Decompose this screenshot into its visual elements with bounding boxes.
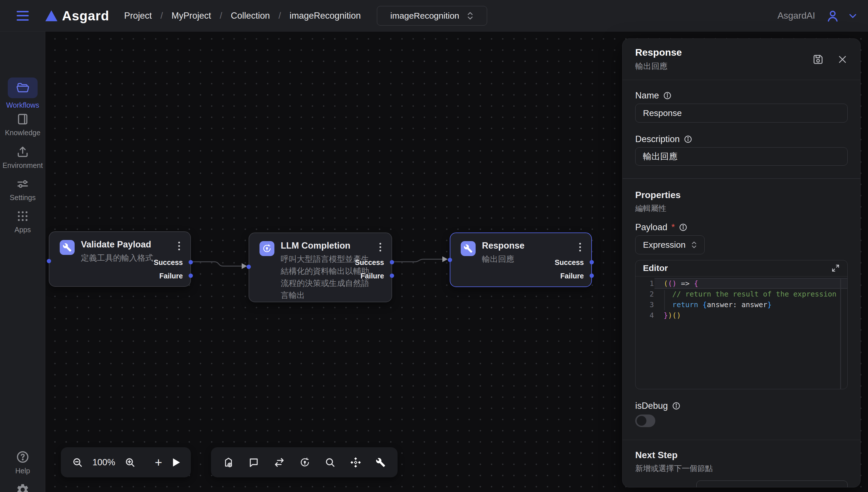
output-port-success[interactable] xyxy=(189,260,193,264)
wrench-icon xyxy=(461,241,476,256)
breadcrumb-item-project[interactable]: Project xyxy=(124,10,152,21)
save-icon[interactable] xyxy=(812,53,824,66)
wrench-tool-icon[interactable] xyxy=(376,458,386,467)
input-port[interactable] xyxy=(448,258,452,262)
description-input[interactable] xyxy=(635,147,848,166)
node-title: Validate Payload xyxy=(81,239,151,250)
node-validate-payload[interactable]: Validate Payload 定義工具的輸入格式 Success Failu… xyxy=(49,231,191,287)
sidebar-item-settings[interactable]: Settings xyxy=(0,177,45,202)
workflows-tile xyxy=(8,77,38,98)
grid-dots-icon xyxy=(16,210,29,223)
kebab-menu-icon[interactable] xyxy=(579,243,581,251)
book-icon xyxy=(16,113,29,126)
port-label-failure: Failure xyxy=(560,272,584,280)
comment-icon[interactable] xyxy=(249,457,259,468)
payload-type-value: Expression xyxy=(643,240,686,250)
run-icon[interactable] xyxy=(172,458,180,467)
wire-arrowhead xyxy=(442,256,448,262)
zoom-out-icon[interactable] xyxy=(72,457,83,468)
expression-editor: Editor 1 (() => { 2 // return the result… xyxy=(635,260,848,389)
port-label-success: Success xyxy=(355,259,384,267)
input-port[interactable] xyxy=(47,259,51,263)
llm-icon xyxy=(259,241,274,256)
required-mark: * xyxy=(671,222,675,232)
add-node-icon[interactable] xyxy=(223,457,234,468)
node-config-panel: Response 輸出回應 Name Description xyxy=(622,39,861,487)
sliders-icon xyxy=(16,177,29,191)
editor-scrollbar[interactable] xyxy=(840,279,841,389)
zoom-toolbar: 100% + xyxy=(61,447,191,477)
output-port-failure[interactable] xyxy=(390,274,394,278)
breadcrumb-item-collection[interactable]: Collection xyxy=(231,10,270,21)
success-branch-label: Success xyxy=(635,487,667,487)
kebab-menu-icon[interactable] xyxy=(178,242,180,250)
menu-icon[interactable] xyxy=(17,11,29,21)
close-icon[interactable] xyxy=(837,54,848,65)
sidebar-item-environment[interactable]: Environment xyxy=(0,145,45,170)
output-port-failure[interactable] xyxy=(590,274,594,278)
expand-icon[interactable] xyxy=(831,264,840,272)
properties-subtitle: 編輯屬性 xyxy=(635,203,848,214)
panel-subtitle: 輸出回應 xyxy=(635,61,682,72)
sidebar-item-help[interactable]: Help xyxy=(0,450,45,475)
sidebar: Workflows Knowledge Environment Settings… xyxy=(0,31,45,492)
divider xyxy=(623,440,860,440)
next-step-title: Next Step xyxy=(635,450,848,461)
kebab-menu-icon[interactable] xyxy=(379,243,381,251)
isdebug-label: isDebug xyxy=(635,401,668,411)
info-icon xyxy=(679,223,688,232)
name-input[interactable] xyxy=(635,104,848,123)
info-icon xyxy=(684,135,692,144)
line-number: 4 xyxy=(636,311,654,319)
brand-logo[interactable]: Asgard xyxy=(45,8,109,24)
updown-chevron-icon xyxy=(467,11,474,21)
sidebar-item-workflows[interactable]: Workflows xyxy=(0,77,45,109)
code-line: })() xyxy=(654,310,847,321)
help-circle-icon xyxy=(16,450,30,464)
user-label: AsgardAI xyxy=(777,10,815,21)
swap-arrows-icon[interactable] xyxy=(274,457,285,468)
node-llm-completion[interactable]: LLM Completion 呼叫大型語言模型並產生結構化的資料輸出以輔助流程的… xyxy=(249,232,392,302)
navbar: Asgard Project / MyProject / Collection … xyxy=(0,0,868,31)
breadcrumb-item-myproject[interactable]: MyProject xyxy=(172,10,211,21)
input-port[interactable] xyxy=(247,265,251,269)
add-icon[interactable]: + xyxy=(155,456,162,469)
node-subtitle: 輸出回應 xyxy=(482,253,514,265)
code-line: // return the result of the expression xyxy=(654,289,847,299)
logo-triangle-icon xyxy=(45,10,57,21)
user-avatar-icon[interactable] xyxy=(826,9,839,22)
output-port-failure[interactable] xyxy=(189,274,193,278)
plus-icon: + xyxy=(740,485,746,487)
port-label-failure: Failure xyxy=(159,272,183,280)
isdebug-toggle[interactable] xyxy=(635,415,655,427)
search-icon[interactable] xyxy=(325,457,335,468)
breadcrumb-separator: / xyxy=(278,10,281,21)
wrench-icon xyxy=(60,240,75,255)
llm-tool-icon[interactable] xyxy=(299,457,310,468)
line-number: 3 xyxy=(636,300,654,309)
port-label-success: Success xyxy=(555,259,584,267)
sidebar-item-apps[interactable]: Apps xyxy=(0,210,45,234)
sidebar-item-workspace[interactable]: Workspace xyxy=(0,483,45,492)
zoom-in-icon[interactable] xyxy=(125,457,135,468)
output-port-success[interactable] xyxy=(390,260,394,264)
node-subtitle: 定義工具的輸入格式 xyxy=(81,252,153,264)
sidebar-item-knowledge[interactable]: Knowledge xyxy=(0,113,45,137)
breadcrumb-separator: / xyxy=(220,10,222,21)
navbar-right: AsgardAI xyxy=(777,9,858,22)
panel-header: Response 輸出回應 xyxy=(623,39,860,80)
breadcrumb-item-workflow[interactable]: imageRecognition xyxy=(290,10,361,21)
workflow-select[interactable]: imageRecognition xyxy=(377,6,487,26)
add-target-node-button[interactable]: + 新增目標節點 xyxy=(696,481,848,487)
code-area[interactable]: 1 (() => { 2 // return the result of the… xyxy=(636,276,847,321)
sidebar-label: Apps xyxy=(15,226,31,234)
info-icon xyxy=(672,401,680,410)
sidebar-label: Knowledge xyxy=(5,129,41,137)
move-diamonds-icon[interactable] xyxy=(350,457,361,468)
divider xyxy=(623,178,860,179)
payload-type-select[interactable]: Expression xyxy=(635,236,705,254)
output-port-success[interactable] xyxy=(590,260,594,264)
next-step-subtitle: 新增或選擇下一個節點 xyxy=(635,463,848,474)
chevron-down-icon[interactable] xyxy=(848,11,858,21)
node-response[interactable]: Response 輸出回應 Success Failure xyxy=(450,232,592,287)
